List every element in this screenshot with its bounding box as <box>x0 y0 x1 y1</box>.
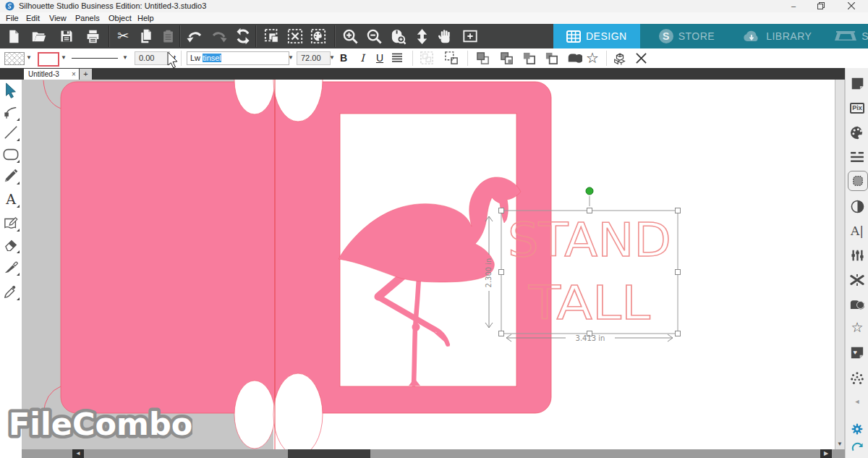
zoom-out-button[interactable] <box>364 26 384 46</box>
tab-library[interactable]: LIBRARY <box>729 24 825 48</box>
group-button[interactable] <box>418 51 435 65</box>
pixscan-panel-button[interactable]: Pix <box>848 98 867 117</box>
sync-refresh-button[interactable] <box>233 26 253 46</box>
fill-pattern-panel-button[interactable] <box>848 171 868 191</box>
toolbar-separator <box>109 25 110 47</box>
collapse-panel-button[interactable]: ◄ <box>848 392 867 411</box>
line-tool-button[interactable] <box>1 123 20 142</box>
eyedropper-tool-button[interactable] <box>1 282 20 301</box>
undo-button[interactable] <box>184 26 205 46</box>
text-style-panel-button[interactable]: A| <box>848 221 867 240</box>
select-tool-button[interactable] <box>1 81 20 100</box>
point-edit-tool-button[interactable] <box>1 103 20 122</box>
page-setup-panel-button[interactable] <box>848 74 867 93</box>
refresh-button[interactable] <box>848 438 867 457</box>
fit-to-page-button[interactable] <box>460 26 480 46</box>
drag-zoom-button[interactable] <box>412 26 432 46</box>
pan-tool-button[interactable] <box>435 26 456 46</box>
close-button[interactable] <box>841 0 862 12</box>
modeler-3d-button[interactable] <box>610 51 629 65</box>
scroll-left-button[interactable]: ◄ <box>72 449 84 458</box>
line-style-selector[interactable] <box>69 52 120 64</box>
menu-panels[interactable]: Panels <box>72 13 103 23</box>
shape-tool-button[interactable] <box>1 145 20 164</box>
select-all-button[interactable] <box>262 26 282 46</box>
card-left-panel[interactable] <box>61 82 275 413</box>
gear-icon <box>850 422 864 436</box>
vertical-scrollbar[interactable]: ▼ <box>835 80 844 449</box>
restore-button[interactable] <box>810 0 832 12</box>
note-tool-button[interactable] <box>1 213 20 232</box>
underline-button[interactable]: U <box>372 51 388 65</box>
font-size-input[interactable]: 72.00 <box>297 51 331 65</box>
tab-design[interactable]: DESIGN <box>553 24 640 48</box>
document-tab-close-icon[interactable]: × <box>69 70 79 78</box>
offset-button[interactable]: ☆ <box>586 49 599 67</box>
font-family-dropdown-icon[interactable]: ▼ <box>288 54 294 61</box>
open-file-button[interactable] <box>29 26 49 46</box>
horizontal-scrollbar-thumb[interactable] <box>288 449 370 458</box>
image-effects-panel-button[interactable] <box>848 197 867 216</box>
cut-button[interactable]: ✂ <box>113 26 133 46</box>
send-to-back-button[interactable] <box>497 51 516 65</box>
line-style-dropdown-icon[interactable]: ▼ <box>122 54 128 61</box>
new-document-button[interactable] <box>3 26 23 46</box>
canvas-workspace[interactable]: STAND TALL 2.300 in <box>22 80 845 458</box>
text-align-button[interactable] <box>389 51 405 65</box>
delete-button[interactable] <box>632 51 650 65</box>
offset-panel-button[interactable]: ☆ <box>848 318 867 337</box>
line-color-dropdown-icon[interactable]: ▼ <box>61 54 67 61</box>
line-thickness-input[interactable]: 0.00 <box>135 51 170 65</box>
fill-panel-button[interactable] <box>848 123 867 142</box>
fill-color-swatch[interactable] <box>4 52 25 65</box>
bring-forward-button[interactable] <box>519 51 538 65</box>
tab-send[interactable]: SEND <box>825 24 868 48</box>
draw-tool-button[interactable] <box>1 166 20 185</box>
transform-panel-button[interactable] <box>848 246 867 265</box>
stipple-panel-button[interactable] <box>848 369 867 388</box>
font-family-input[interactable]: Lw tinsel <box>187 51 289 65</box>
mouse-zoom-button[interactable] <box>388 26 408 46</box>
knife-tool-button[interactable] <box>1 258 20 276</box>
menu-object[interactable]: Object <box>106 13 135 23</box>
eraser-tool-button[interactable] <box>1 235 20 254</box>
document-tab-active[interactable]: Untitled-3 × <box>24 69 79 80</box>
send-backward-button[interactable] <box>542 51 561 65</box>
trace-panel-button[interactable] <box>848 271 867 289</box>
design-text-line2: TALL <box>528 276 651 330</box>
text-tool-button[interactable]: A <box>1 190 20 208</box>
weld-button[interactable] <box>564 51 584 65</box>
settings-button[interactable] <box>848 420 867 438</box>
menu-view[interactable]: View <box>46 13 69 23</box>
menu-edit[interactable]: Edit <box>23 13 43 23</box>
save-button[interactable] <box>56 26 77 46</box>
italic-button[interactable]: I <box>354 51 370 65</box>
deselect-all-button[interactable] <box>285 26 305 46</box>
font-size-dropdown-icon[interactable]: ▼ <box>329 54 335 61</box>
line-color-swatch[interactable] <box>38 52 59 67</box>
pencil-icon <box>4 169 18 183</box>
menu-help[interactable]: Help <box>135 13 157 23</box>
redo-button[interactable] <box>209 26 229 46</box>
font-name-prefix: Lw <box>190 54 203 62</box>
line-style-panel-button[interactable] <box>848 148 867 166</box>
horizontal-scrollbar[interactable]: ◄ ▶ <box>22 449 845 458</box>
modify-panel-button[interactable] <box>848 295 867 314</box>
paste-button[interactable] <box>158 26 178 46</box>
new-document-tab-button[interactable]: + <box>80 69 92 80</box>
bold-button[interactable]: B <box>336 51 352 65</box>
zoom-in-button[interactable] <box>340 26 360 46</box>
tab-store[interactable]: S STORE <box>640 24 729 48</box>
rotation-handle[interactable] <box>586 187 593 195</box>
print-button[interactable] <box>82 26 103 46</box>
select-by-color-button[interactable] <box>308 26 328 46</box>
ungroup-button[interactable] <box>443 51 460 65</box>
scroll-down-button[interactable]: ▼ <box>835 439 844 449</box>
menu-file[interactable]: File <box>3 13 22 23</box>
bring-to-front-button[interactable] <box>473 51 492 65</box>
fill-color-dropdown-icon[interactable]: ▼ <box>26 54 32 61</box>
copy-button[interactable] <box>136 26 156 46</box>
scroll-right-button[interactable]: ▶ <box>820 449 832 458</box>
minimize-button[interactable]: – <box>783 0 804 12</box>
sticker-panel-button[interactable]: ♥ <box>848 343 867 362</box>
